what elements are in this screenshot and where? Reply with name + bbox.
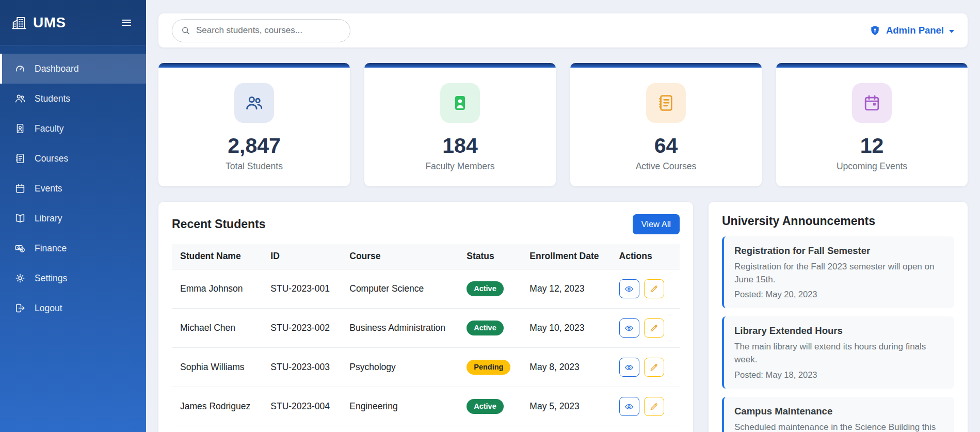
status-cell: Active — [458, 309, 521, 348]
edit-student-button[interactable] — [644, 397, 664, 416]
topbar: Admin Panel — [158, 13, 968, 47]
sidebar-item-logout[interactable]: Logout — [0, 293, 146, 323]
logout-icon — [14, 302, 26, 314]
svg-text:$: $ — [22, 248, 24, 251]
table-header-row: Student NameIDCourseStatusEnrollment Dat… — [172, 244, 680, 269]
sidebar-item-label: Events — [35, 183, 62, 194]
stat-card: 184Faculty Members — [364, 63, 556, 186]
search-icon — [181, 26, 190, 36]
recent-students-header: Recent Students View All — [172, 214, 680, 234]
announcement-posted-date: Posted: May 18, 2023 — [734, 370, 944, 380]
stat-card-accent-bar — [776, 63, 968, 68]
actions-cell — [611, 348, 680, 387]
status-cell: Active — [458, 387, 521, 426]
sidebar-item-label: Dashboard — [35, 63, 79, 74]
course-cell: Engineering — [341, 387, 458, 426]
actions-cell — [611, 309, 680, 348]
sidebar-nav: DashboardStudentsFacultyCoursesEventsLib… — [0, 45, 146, 323]
enrollment-date-cell: May 12, 2023 — [521, 269, 611, 309]
announcement-title: Registration for Fall Semester — [734, 245, 944, 257]
sidebar-item-events[interactable]: Events — [0, 173, 146, 203]
course-cell: Psychology — [341, 348, 458, 387]
actions-cell — [611, 387, 680, 426]
edit-student-button[interactable] — [644, 318, 664, 338]
recent-students-panel: Recent Students View All Student NameIDC… — [158, 202, 693, 432]
admin-panel-label: Admin Panel — [886, 25, 944, 36]
eye-icon — [624, 363, 634, 372]
speedometer-icon — [14, 63, 26, 74]
announcements-list: Registration for Fall SemesterRegistrati… — [722, 236, 954, 432]
eye-icon — [624, 402, 634, 411]
status-cell: Active — [458, 269, 521, 309]
enrollment-date-cell: May 10, 2023 — [521, 309, 611, 348]
hamburger-icon — [120, 17, 133, 29]
column-header: Enrollment Date — [521, 244, 611, 269]
calendar-event-icon — [852, 83, 892, 123]
student-id-cell: STU-2023-004 — [262, 387, 341, 426]
journal-icon — [14, 153, 26, 164]
sidebar-item-dashboard[interactable]: Dashboard — [0, 54, 146, 84]
sidebar-item-courses[interactable]: Courses — [0, 143, 146, 173]
view-student-button[interactable] — [619, 358, 639, 377]
student-name-cell: Emma Johnson — [172, 269, 262, 309]
column-header: ID — [262, 244, 341, 269]
student-name-cell: James Rodriguez — [172, 387, 262, 426]
sidebar-item-label: Faculty — [35, 123, 63, 134]
sidebar-item-label: Courses — [35, 153, 68, 164]
pencil-icon — [649, 284, 658, 294]
stat-value: 12 — [776, 135, 968, 156]
stat-card-accent-bar — [570, 63, 762, 68]
search-input[interactable] — [172, 19, 350, 42]
course-cell: Computer Science — [341, 269, 458, 309]
announcement-title: Library Extended Hours — [734, 325, 944, 337]
view-student-button[interactable] — [619, 397, 639, 416]
id-badge-icon — [14, 123, 26, 134]
recent-students-title: Recent Students — [172, 217, 265, 231]
student-name-cell: Michael Chen — [172, 309, 262, 348]
sidebar-header: UMS — [0, 0, 146, 45]
announcement-body: Registration for the Fall 2023 semester … — [734, 261, 944, 286]
student-id-cell: STU-2023-002 — [262, 309, 341, 348]
column-header: Course — [341, 244, 458, 269]
view-student-button[interactable] — [619, 279, 639, 298]
table-row: Michael ChenSTU-2023-002Business Adminis… — [172, 309, 680, 348]
view-student-button[interactable] — [619, 318, 639, 338]
sidebar-item-settings[interactable]: Settings — [0, 263, 146, 293]
main-content: Admin Panel 2,847Total Students184Facult… — [146, 0, 980, 432]
cash-icon: $ — [14, 243, 26, 254]
people-icon — [234, 83, 274, 123]
course-cell: Medicine — [341, 426, 458, 432]
announcement-body: The main library will extend its hours d… — [734, 341, 944, 366]
sidebar-item-label: Settings — [35, 273, 67, 284]
eye-icon — [624, 324, 634, 333]
journal-icon — [646, 83, 686, 123]
sidebar-item-finance[interactable]: $Finance — [0, 233, 146, 263]
actions-cell — [611, 426, 680, 432]
sidebar-item-library[interactable]: Library — [0, 203, 146, 233]
enrollment-date-cell: May 8, 2023 — [521, 348, 611, 387]
stat-value: 184 — [364, 135, 556, 156]
students-table: Student NameIDCourseStatusEnrollment Dat… — [172, 244, 680, 432]
sidebar-item-label: Library — [35, 213, 62, 224]
pencil-icon — [649, 363, 658, 372]
sidebar-item-label: Students — [35, 93, 70, 104]
search-container — [172, 19, 350, 42]
announcement-item: Registration for Fall SemesterRegistrati… — [722, 236, 954, 308]
status-cell: Pending — [458, 348, 521, 387]
column-header: Status — [458, 244, 521, 269]
announcement-item: Campus MaintenanceScheduled maintenance … — [722, 397, 954, 432]
sidebar-toggle-button[interactable] — [118, 14, 135, 31]
pencil-icon — [649, 402, 658, 411]
edit-student-button[interactable] — [644, 358, 664, 377]
column-header: Student Name — [172, 244, 262, 269]
sidebar-item-label: Logout — [35, 303, 62, 314]
chevron-down-icon — [949, 30, 954, 33]
sidebar-item-faculty[interactable]: Faculty — [0, 114, 146, 143]
admin-panel-dropdown[interactable]: Admin Panel — [869, 25, 954, 37]
edit-student-button[interactable] — [644, 279, 664, 298]
actions-cell — [611, 269, 680, 309]
status-badge: Active — [467, 399, 504, 414]
view-all-button[interactable]: View All — [633, 214, 680, 234]
student-id-cell: STU-2023-001 — [262, 269, 341, 309]
sidebar-item-students[interactable]: Students — [0, 84, 146, 114]
